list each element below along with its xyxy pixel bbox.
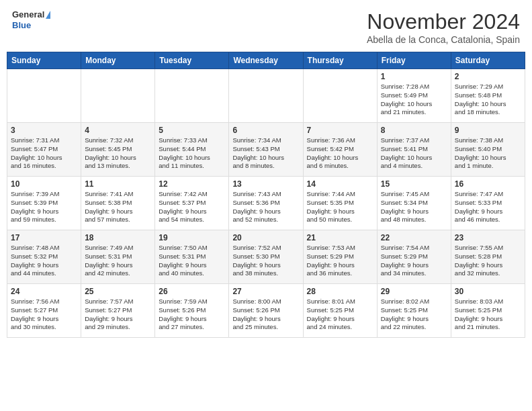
day-number: 12 bbox=[159, 179, 225, 189]
logo: General Blue bbox=[12, 9, 50, 30]
day-number: 20 bbox=[232, 233, 299, 242]
cell-content: Sunrise: 7:47 AM Sunset: 5:33 PM Dayligh… bbox=[455, 190, 521, 224]
cell-content: Sunrise: 7:28 AM Sunset: 5:49 PM Dayligh… bbox=[381, 83, 447, 117]
calendar-cell: 11Sunrise: 7:41 AM Sunset: 5:38 PM Dayli… bbox=[81, 177, 155, 230]
calendar-cell: 5Sunrise: 7:33 AM Sunset: 5:44 PM Daylig… bbox=[155, 123, 229, 177]
location-title: Abella de la Conca, Catalonia, Spain bbox=[367, 34, 520, 45]
day-number: 19 bbox=[159, 233, 225, 242]
day-number: 7 bbox=[307, 126, 373, 135]
calendar-cell: 28Sunrise: 8:01 AM Sunset: 5:25 PM Dayli… bbox=[303, 284, 377, 338]
day-number: 8 bbox=[381, 126, 447, 135]
cell-content: Sunrise: 7:36 AM Sunset: 5:42 PM Dayligh… bbox=[307, 136, 373, 171]
calendar-cell bbox=[7, 69, 81, 123]
calendar-table: SundayMondayTuesdayWednesdayThursdayFrid… bbox=[7, 52, 525, 338]
day-number: 21 bbox=[307, 233, 373, 242]
calendar-cell: 4Sunrise: 7:32 AM Sunset: 5:45 PM Daylig… bbox=[81, 123, 155, 177]
cell-content: Sunrise: 7:34 AM Sunset: 5:43 PM Dayligh… bbox=[232, 136, 299, 171]
weekday-header-sunday: Sunday bbox=[7, 52, 81, 69]
calendar-cell: 25Sunrise: 7:57 AM Sunset: 5:27 PM Dayli… bbox=[81, 284, 155, 338]
cell-content: Sunrise: 8:00 AM Sunset: 5:26 PM Dayligh… bbox=[232, 298, 299, 332]
cell-content: Sunrise: 7:57 AM Sunset: 5:27 PM Dayligh… bbox=[85, 298, 151, 332]
week-row-5: 24Sunrise: 7:56 AM Sunset: 5:27 PM Dayli… bbox=[7, 284, 525, 338]
calendar-cell bbox=[303, 69, 377, 123]
day-number: 17 bbox=[11, 233, 77, 242]
day-number: 4 bbox=[85, 126, 151, 135]
logo-icon bbox=[46, 11, 50, 19]
cell-content: Sunrise: 7:42 AM Sunset: 5:37 PM Dayligh… bbox=[159, 190, 225, 224]
calendar-cell: 17Sunrise: 7:48 AM Sunset: 5:32 PM Dayli… bbox=[7, 230, 81, 284]
calendar-cell: 29Sunrise: 8:02 AM Sunset: 5:25 PM Dayli… bbox=[377, 284, 451, 338]
day-number: 29 bbox=[381, 287, 447, 296]
cell-content: Sunrise: 8:01 AM Sunset: 5:25 PM Dayligh… bbox=[307, 298, 373, 332]
cell-content: Sunrise: 7:44 AM Sunset: 5:35 PM Dayligh… bbox=[307, 190, 373, 224]
day-number: 6 bbox=[232, 126, 299, 135]
cell-content: Sunrise: 7:39 AM Sunset: 5:39 PM Dayligh… bbox=[11, 190, 77, 224]
day-number: 25 bbox=[85, 287, 151, 296]
calendar-cell: 18Sunrise: 7:49 AM Sunset: 5:31 PM Dayli… bbox=[81, 230, 155, 284]
page-header: General Blue November 2024 Abella de la … bbox=[7, 7, 525, 48]
week-row-4: 17Sunrise: 7:48 AM Sunset: 5:32 PM Dayli… bbox=[7, 230, 525, 284]
cell-content: Sunrise: 7:56 AM Sunset: 5:27 PM Dayligh… bbox=[11, 298, 77, 332]
weekday-header-wednesday: Wednesday bbox=[229, 52, 303, 69]
logo-general-text: General bbox=[12, 9, 44, 20]
title-block: November 2024 Abella de la Conca, Catalo… bbox=[367, 9, 520, 45]
day-number: 22 bbox=[381, 233, 447, 242]
cell-content: Sunrise: 8:02 AM Sunset: 5:25 PM Dayligh… bbox=[381, 298, 447, 332]
weekday-header-saturday: Saturday bbox=[451, 52, 525, 69]
cell-content: Sunrise: 7:45 AM Sunset: 5:34 PM Dayligh… bbox=[381, 190, 447, 224]
cell-content: Sunrise: 7:33 AM Sunset: 5:44 PM Dayligh… bbox=[159, 136, 225, 171]
cell-content: Sunrise: 7:49 AM Sunset: 5:31 PM Dayligh… bbox=[85, 244, 151, 278]
cell-content: Sunrise: 7:54 AM Sunset: 5:29 PM Dayligh… bbox=[381, 244, 447, 278]
day-number: 16 bbox=[455, 179, 521, 189]
logo-blue-text: Blue bbox=[12, 20, 50, 31]
calendar-cell: 22Sunrise: 7:54 AM Sunset: 5:29 PM Dayli… bbox=[377, 230, 451, 284]
day-number: 3 bbox=[11, 126, 77, 135]
month-title: November 2024 bbox=[367, 9, 520, 34]
calendar-cell: 30Sunrise: 8:03 AM Sunset: 5:25 PM Dayli… bbox=[451, 284, 525, 338]
day-number: 13 bbox=[232, 179, 299, 189]
calendar-cell: 7Sunrise: 7:36 AM Sunset: 5:42 PM Daylig… bbox=[303, 123, 377, 177]
cell-content: Sunrise: 7:48 AM Sunset: 5:32 PM Dayligh… bbox=[11, 244, 77, 278]
calendar-cell: 8Sunrise: 7:37 AM Sunset: 5:41 PM Daylig… bbox=[377, 123, 451, 177]
day-number: 11 bbox=[85, 179, 151, 189]
weekday-header-monday: Monday bbox=[81, 52, 155, 69]
calendar-cell: 2Sunrise: 7:29 AM Sunset: 5:48 PM Daylig… bbox=[451, 69, 525, 123]
week-row-2: 3Sunrise: 7:31 AM Sunset: 5:47 PM Daylig… bbox=[7, 123, 525, 177]
calendar-cell: 16Sunrise: 7:47 AM Sunset: 5:33 PM Dayli… bbox=[451, 177, 525, 230]
cell-content: Sunrise: 7:59 AM Sunset: 5:26 PM Dayligh… bbox=[159, 298, 225, 332]
cell-content: Sunrise: 7:43 AM Sunset: 5:36 PM Dayligh… bbox=[232, 190, 299, 224]
cell-content: Sunrise: 7:38 AM Sunset: 5:40 PM Dayligh… bbox=[455, 136, 521, 171]
cell-content: Sunrise: 7:53 AM Sunset: 5:29 PM Dayligh… bbox=[307, 244, 373, 278]
cell-content: Sunrise: 7:37 AM Sunset: 5:41 PM Dayligh… bbox=[381, 136, 447, 171]
calendar-cell bbox=[155, 69, 229, 123]
cell-content: Sunrise: 7:41 AM Sunset: 5:38 PM Dayligh… bbox=[85, 190, 151, 224]
day-number: 26 bbox=[159, 287, 225, 296]
calendar-cell: 15Sunrise: 7:45 AM Sunset: 5:34 PM Dayli… bbox=[377, 177, 451, 230]
week-row-3: 10Sunrise: 7:39 AM Sunset: 5:39 PM Dayli… bbox=[7, 177, 525, 230]
cell-content: Sunrise: 7:29 AM Sunset: 5:48 PM Dayligh… bbox=[455, 83, 521, 117]
weekday-header-tuesday: Tuesday bbox=[155, 52, 229, 69]
calendar-cell: 20Sunrise: 7:52 AM Sunset: 5:30 PM Dayli… bbox=[229, 230, 303, 284]
day-number: 27 bbox=[232, 287, 299, 296]
day-number: 5 bbox=[159, 126, 225, 135]
calendar-cell: 12Sunrise: 7:42 AM Sunset: 5:37 PM Dayli… bbox=[155, 177, 229, 230]
cell-content: Sunrise: 7:31 AM Sunset: 5:47 PM Dayligh… bbox=[11, 136, 77, 171]
calendar-cell: 21Sunrise: 7:53 AM Sunset: 5:29 PM Dayli… bbox=[303, 230, 377, 284]
day-number: 10 bbox=[11, 179, 77, 189]
calendar-cell: 3Sunrise: 7:31 AM Sunset: 5:47 PM Daylig… bbox=[7, 123, 81, 177]
calendar-cell: 13Sunrise: 7:43 AM Sunset: 5:36 PM Dayli… bbox=[229, 177, 303, 230]
day-number: 28 bbox=[307, 287, 373, 296]
calendar-cell: 19Sunrise: 7:50 AM Sunset: 5:31 PM Dayli… bbox=[155, 230, 229, 284]
day-number: 1 bbox=[381, 72, 447, 81]
week-row-1: 1Sunrise: 7:28 AM Sunset: 5:49 PM Daylig… bbox=[7, 69, 525, 123]
day-number: 18 bbox=[85, 233, 151, 242]
calendar-cell bbox=[229, 69, 303, 123]
cell-content: Sunrise: 7:50 AM Sunset: 5:31 PM Dayligh… bbox=[159, 244, 225, 278]
calendar-cell bbox=[81, 69, 155, 123]
calendar-cell: 1Sunrise: 7:28 AM Sunset: 5:49 PM Daylig… bbox=[377, 69, 451, 123]
calendar-cell: 23Sunrise: 7:55 AM Sunset: 5:28 PM Dayli… bbox=[451, 230, 525, 284]
cell-content: Sunrise: 8:03 AM Sunset: 5:25 PM Dayligh… bbox=[455, 298, 521, 332]
day-number: 15 bbox=[381, 179, 447, 189]
calendar-cell: 27Sunrise: 8:00 AM Sunset: 5:26 PM Dayli… bbox=[229, 284, 303, 338]
day-number: 2 bbox=[455, 72, 521, 81]
